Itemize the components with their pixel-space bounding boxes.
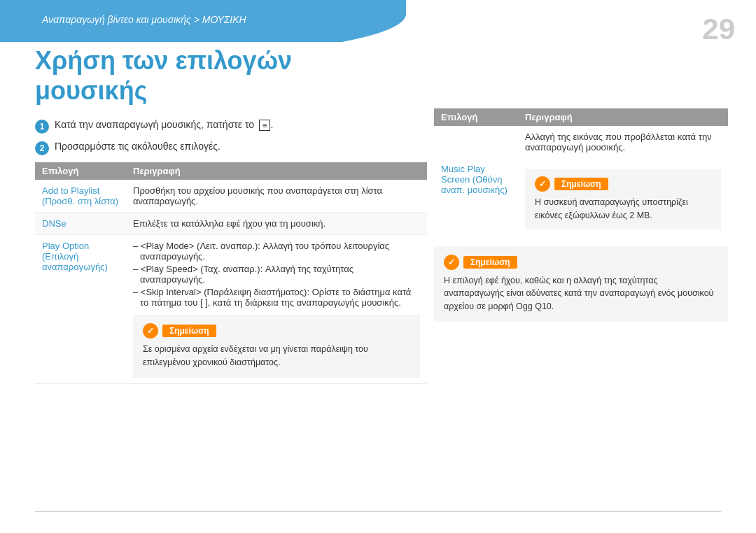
music-play-link: Music Play Screen (Οθόνη αναπ. μουσικής) — [441, 164, 507, 195]
table-row: Play Option (Επιλογή αναπαραγωγής) – <Pl… — [35, 235, 427, 384]
skip-interval-item: – <Skip Interval> (Παράλειψη διαστήματος… — [133, 287, 420, 308]
page-number: 29 — [702, 13, 735, 46]
step-2-text: Προσαρμόστε τις ακόλουθες επιλογές. — [55, 141, 220, 152]
step-2-number: 2 — [35, 141, 49, 155]
bottom-divider — [35, 511, 721, 512]
option-add-playlist: Add to Playlist (Προσθ. στη λίστα) — [35, 180, 126, 213]
note-label: Σημείωση — [162, 325, 216, 337]
col-header-desc: Περιγραφή — [126, 162, 427, 180]
right-table-row: Αλλαγή της εικόνας που προβάλλεται κατά … — [434, 126, 728, 158]
step-1-number: 1 — [35, 120, 49, 134]
table-row: DNSe Επιλέξτε τα κατάλληλα εφέ ήχου για … — [35, 213, 427, 235]
desc-dnse: Επιλέξτε τα κατάλληλα εφέ ήχου για τη μο… — [126, 213, 427, 235]
right-col-header-option: Επιλογή — [434, 108, 518, 126]
option-dnse: DNSe — [35, 213, 126, 235]
note-box-right-1: ✓ Σημείωση Η συσκευή αναπαραγωγής υποστη… — [525, 169, 721, 229]
note-label-right-2: Σημείωση — [463, 256, 517, 269]
note-text-right-1: Η συσκευή αναπαραγωγής υποστηρίζει εικόν… — [535, 196, 711, 222]
right-desc-cell: Αλλαγή της εικόνας που προβάλλεται κατά … — [518, 126, 728, 158]
right-content: Επιλογή Περιγραφή Αλλαγή της εικόνας που… — [434, 108, 728, 322]
play-mode-item: – <Play Mode> (Λειτ. αναπαρ.): Αλλαγή το… — [133, 241, 420, 262]
step-2: 2 Προσαρμόστε τις ακόλουθες επιλογές. — [35, 141, 427, 155]
note-icon-right-1: ✓ — [535, 176, 550, 192]
note-text: Σε ορισμένα αρχεία ενδέχεται να μη γίνετ… — [143, 343, 410, 369]
step-1: 1 Κατά την αναπαραγωγή μουσικής, πατήστε… — [35, 119, 427, 134]
right-option-music-play: Music Play Screen (Οθόνη αναπ. μουσικής) — [434, 158, 518, 235]
menu-icon: ≡ — [259, 120, 270, 131]
page-title: Χρήση των επιλογών μουσικής — [35, 45, 292, 106]
table-row: Add to Playlist (Προσθ. στη λίστα) Προσθ… — [35, 180, 427, 213]
note-header: ✓ Σημείωση — [143, 323, 410, 339]
left-content: 1 Κατά την αναπαραγωγή μουσικής, πατήστε… — [35, 119, 427, 384]
desc-play-option: – <Play Mode> (Λειτ. αναπαρ.): Αλλαγή το… — [126, 235, 427, 384]
right-col-header-desc: Περιγραφή — [518, 108, 728, 126]
note-label-right-1: Σημείωση — [554, 178, 608, 190]
note-box-left: ✓ Σημείωση Σε ορισμένα αρχεία ενδέχεται … — [133, 315, 420, 378]
play-speed-item: – <Play Speed> (Ταχ. αναπαρ.): Αλλαγή τη… — [133, 264, 420, 285]
desc-add-playlist: Προσθήκη του αρχείου μουσικής που αναπαρ… — [126, 180, 427, 213]
right-note-cell: ✓ Σημείωση Η συσκευή αναπαραγωγής υποστη… — [518, 158, 728, 235]
note-icon: ✓ — [143, 323, 158, 339]
note-header-right-2: ✓ Σημείωση — [444, 255, 718, 270]
note-icon-right-2: ✓ — [444, 255, 459, 270]
breadcrumb: Αναπαραγωγή βίντεο και μουσικής > ΜΟΥΣΙΚ… — [42, 14, 246, 25]
right-option-cell — [434, 126, 518, 158]
note-box-right-2: ✓ Σημείωση Η επιλογή εφέ ήχου, καθώς και… — [434, 246, 728, 322]
col-header-option: Επιλογή — [35, 162, 126, 180]
right-options-table: Επιλογή Περιγραφή Αλλαγή της εικόνας που… — [434, 108, 728, 235]
step-1-text: Κατά την αναπαραγωγή μουσικής, πατήστε τ… — [55, 119, 273, 131]
right-table-row-music: Music Play Screen (Οθόνη αναπ. μουσικής)… — [434, 158, 728, 235]
option-play-option: Play Option (Επιλογή αναπαραγωγής) — [35, 235, 126, 384]
note-text-right-2: Η επιλογή εφέ ήχου, καθώς και η αλλαγή τ… — [444, 274, 718, 313]
note-header-right-1: ✓ Σημείωση — [535, 176, 711, 192]
options-table: Επιλογή Περιγραφή Add to Playlist (Προσθ… — [35, 162, 427, 384]
